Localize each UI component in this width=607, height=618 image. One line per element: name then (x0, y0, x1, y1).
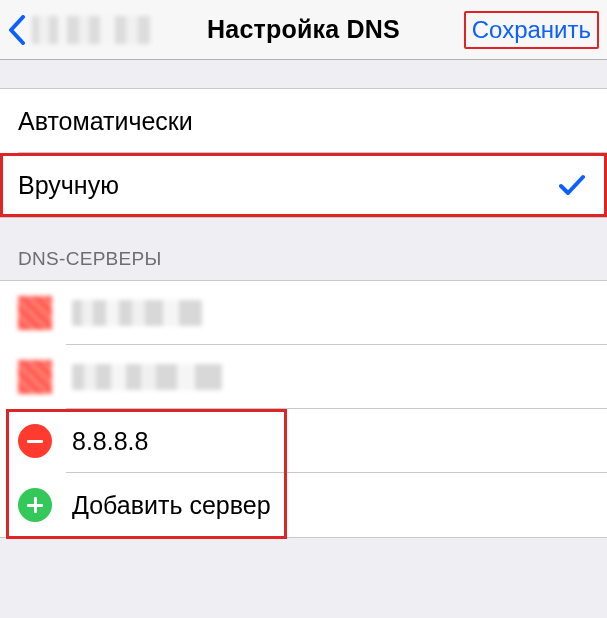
mode-option-automatic[interactable]: Автоматически (0, 89, 607, 153)
chevron-left-icon (8, 15, 26, 45)
page-title: Настройка DNS (207, 15, 400, 44)
delete-icon[interactable] (18, 296, 52, 330)
save-button[interactable]: Сохранить (464, 11, 599, 49)
server-ip-redacted (72, 364, 222, 390)
delete-icon[interactable] (18, 360, 52, 394)
minus-icon[interactable] (18, 424, 52, 458)
mode-option-manual[interactable]: Вручную (0, 153, 607, 217)
server-row-redacted[interactable] (0, 345, 607, 409)
mode-option-label: Автоматически (18, 107, 193, 136)
server-row[interactable]: 8.8.8.8 (0, 409, 607, 473)
mode-option-label: Вручную (18, 171, 119, 200)
add-server-row[interactable]: Добавить сервер (0, 473, 607, 537)
server-ip: 8.8.8.8 (72, 427, 148, 456)
back-button[interactable] (8, 0, 150, 59)
server-ip-redacted (72, 300, 202, 326)
back-label-redacted (32, 16, 150, 44)
server-row-redacted[interactable] (0, 281, 607, 345)
checkmark-icon (559, 174, 585, 196)
add-server-label: Добавить сервер (72, 491, 271, 520)
plus-icon[interactable] (18, 488, 52, 522)
servers-section-header: DNS-СЕРВЕРЫ (0, 218, 607, 280)
dns-mode-group: Автоматически Вручную (0, 88, 607, 218)
nav-header: Настройка DNS Сохранить (0, 0, 607, 60)
dns-servers-group: 8.8.8.8 Добавить сервер (0, 280, 607, 538)
